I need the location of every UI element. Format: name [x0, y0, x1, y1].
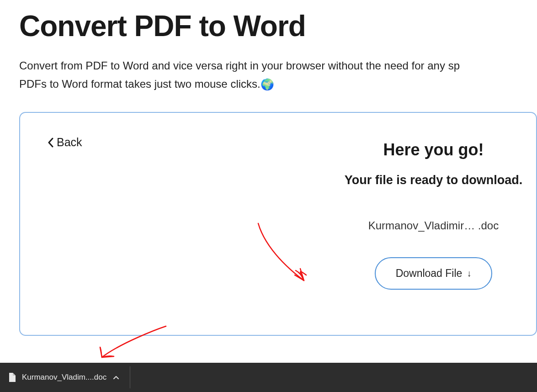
page-title: Convert PDF to Word: [19, 9, 537, 43]
chevron-up-icon[interactable]: [113, 375, 119, 380]
back-label: Back: [57, 136, 82, 149]
description-line-2: PDFs to Word format takes just two mouse…: [19, 78, 261, 90]
result-area: Here you go! Your file is ready to downl…: [278, 140, 537, 290]
page-description: Convert from PDF to Word and vice versa …: [19, 57, 537, 94]
browser-download-bar: Kurmanov_Vladim....doc: [0, 363, 537, 392]
download-file-button[interactable]: Download File ↓: [375, 257, 493, 290]
conversion-result-card: Back Here you go! Your file is ready to …: [19, 112, 537, 336]
converted-file-name: Kurmanov_Vladimir… .doc: [278, 219, 537, 232]
chevron-left-icon: [48, 138, 54, 148]
download-bar-item[interactable]: Kurmanov_Vladim....doc: [0, 363, 130, 392]
back-button[interactable]: Back: [48, 136, 82, 149]
document-icon: [8, 373, 16, 382]
description-line-1: Convert from PDF to Word and vice versa …: [19, 59, 460, 72]
result-title: Here you go!: [278, 140, 537, 159]
globe-icon: 🌍: [261, 75, 274, 94]
result-subtitle: Your file is ready to download.: [278, 173, 537, 187]
download-arrow-icon: ↓: [467, 268, 471, 279]
download-item-name: Kurmanov_Vladim....doc: [22, 373, 106, 382]
download-button-label: Download File: [396, 267, 463, 280]
